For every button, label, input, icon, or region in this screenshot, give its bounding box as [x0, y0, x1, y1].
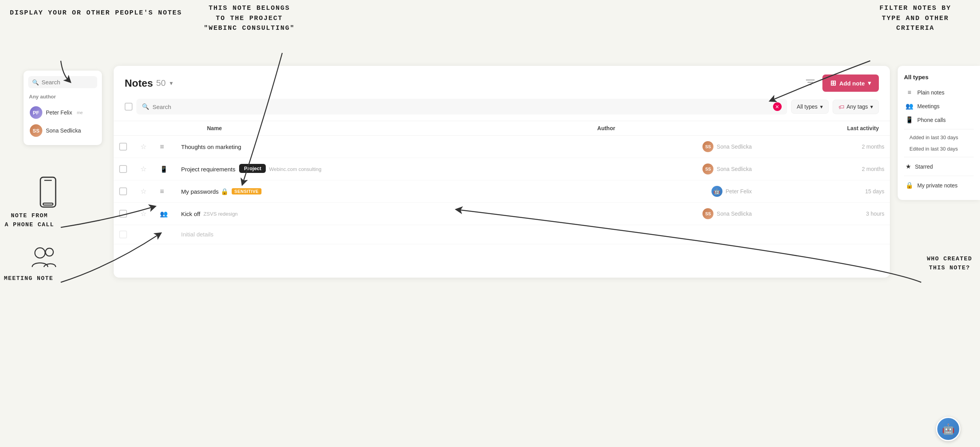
- row5-checkbox[interactable]: [119, 231, 127, 238]
- row2-author-cell: SS Sona Sedlicka: [592, 158, 757, 180]
- tags-filter-label: Any tags: [847, 104, 868, 110]
- notes-title-group: Notes 50 ▾: [125, 77, 172, 89]
- type-filter-arrow: ▾: [820, 104, 823, 110]
- add-note-dropdown-arrow: ▾: [868, 80, 871, 87]
- filter-item-meetings[interactable]: 👥 Meetings: [904, 99, 974, 113]
- filter-lines-button[interactable]: [806, 79, 815, 88]
- main-header: Notes 50 ▾ ⊞ Add note ▾: [114, 66, 890, 99]
- type-filter-dropdown[interactable]: All types ▾: [791, 100, 829, 114]
- type-filter-label: All types: [797, 104, 818, 110]
- row4-name-cell: Kick off ZSVS redesign: [176, 203, 592, 225]
- annotation-meeting: MEETING NOTE: [4, 274, 53, 283]
- select-all-checkbox[interactable]: [125, 103, 132, 111]
- row1-avatar: SS: [702, 141, 713, 152]
- row4-name: Kick off: [181, 211, 200, 217]
- sidebar-search-input[interactable]: [42, 79, 93, 85]
- filter-lock-icon: 🔒: [906, 182, 913, 189]
- filter-private-label: My private notes: [917, 182, 958, 189]
- main-search-icon: 🔍: [142, 103, 149, 110]
- tags-filter-arrow: ▾: [870, 104, 873, 110]
- row1-name-cell: Thoughts on marketing: [176, 136, 592, 158]
- row1-name: Thoughts on marketing: [181, 144, 241, 150]
- row4-activity: 3 hours: [757, 203, 890, 225]
- row4-checkbox-cell: [114, 203, 132, 225]
- main-toolbar: 🔍 ✕ All types ▾ 🏷 Any tags ▾: [114, 99, 890, 121]
- row2-avatar: SS: [702, 164, 713, 174]
- row4-checkbox[interactable]: [119, 210, 127, 218]
- table-row: ☆ 📱 Project requirements Project Webinc.…: [114, 158, 890, 180]
- filter-starred[interactable]: ★ Starred: [904, 160, 974, 173]
- main-search-input[interactable]: [152, 104, 770, 110]
- filter-added-30[interactable]: Added in last 30 days: [904, 132, 974, 143]
- row3-author-name: Peter Felix: [726, 188, 752, 194]
- phone-drawing-icon: [37, 176, 59, 213]
- search-clear-button[interactable]: ✕: [773, 102, 782, 111]
- col-header-icon: [154, 121, 176, 136]
- annotation-who-created: WHO CREATEDTHIS NOTE?: [927, 255, 972, 273]
- table-row: Initial details: [114, 225, 890, 244]
- row4-type-icon: 👥: [160, 211, 168, 217]
- row4-avatar: SS: [702, 208, 713, 219]
- filter-plain-icon: ≡: [906, 89, 913, 96]
- filter-item-phone-calls[interactable]: 📱 Phone calls: [904, 113, 974, 127]
- row1-author-cell: SS Sona Sedlicka: [592, 136, 757, 158]
- notes-count: 50: [156, 78, 165, 88]
- row3-type-icon: ≡: [160, 187, 164, 195]
- row3-checkbox[interactable]: [119, 187, 127, 195]
- sidebar-user-sona[interactable]: SS Sona Sedlicka: [28, 122, 97, 140]
- sidebar-user-sona-name: Sona Sedlicka: [46, 127, 81, 134]
- row5-name: Initial details: [181, 231, 214, 238]
- filter-phone-icon: 📱: [906, 116, 913, 124]
- row2-star[interactable]: ☆: [140, 165, 147, 173]
- row4-author-cell: SS Sona Sedlicka: [592, 203, 757, 225]
- col-header-author: Author: [592, 121, 757, 136]
- sidebar-author-label: Any author: [28, 94, 97, 100]
- filter-private-notes[interactable]: 🔒 My private notes: [904, 178, 974, 192]
- row1-type-icon: ≡: [160, 143, 164, 151]
- filter-item-plain-notes[interactable]: ≡ Plain notes: [904, 86, 974, 99]
- filter-panel-title: All types: [904, 74, 974, 80]
- col-header-activity: Last activity: [757, 121, 890, 136]
- svg-rect-1: [43, 203, 53, 205]
- row1-author-name: Sona Sedlicka: [717, 144, 752, 150]
- sidebar-search-icon: 🔍: [32, 79, 39, 85]
- row4-star[interactable]: ☆: [140, 210, 147, 218]
- avatar-sona: SS: [30, 124, 42, 137]
- annotation-note-belongs: THIS NOTE BELONGSTO THE PROJECT"WEBINC C…: [204, 3, 295, 33]
- row1-star[interactable]: ☆: [140, 143, 147, 151]
- row4-star-cell: ☆: [132, 203, 154, 225]
- tag-icon: 🏷: [838, 104, 844, 110]
- filter-star-icon: ★: [906, 163, 911, 170]
- table-header-row: Name Author Last activity: [114, 121, 890, 136]
- row1-activity: 2 months: [757, 136, 890, 158]
- filter-starred-label: Starred: [915, 164, 933, 170]
- main-panel: Notes 50 ▾ ⊞ Add note ▾ 🔍 ✕: [114, 66, 890, 278]
- main-search-bar[interactable]: 🔍 ✕: [136, 99, 787, 114]
- row4-author-name: Sona Sedlicka: [717, 211, 752, 217]
- notes-dropdown-arrow[interactable]: ▾: [170, 80, 172, 86]
- annotation-display: DISPLAY YOUR OR OTHER PEOPLE'S NOTES: [10, 8, 182, 18]
- row4-project: ZSVS redesign: [203, 211, 238, 217]
- row2-icon-cell: 📱: [154, 158, 176, 180]
- row2-checkbox[interactable]: [119, 165, 127, 173]
- sidebar-search-bar[interactable]: 🔍: [28, 76, 97, 88]
- filter-meetings-icon: 👥: [906, 102, 913, 110]
- filter-divider: [904, 129, 974, 129]
- row3-star[interactable]: ☆: [140, 187, 147, 195]
- sidebar-user-peter[interactable]: PF Peter Felix me: [28, 104, 97, 122]
- project-tooltip: Project: [239, 164, 266, 173]
- row3-sensitive-badge: SENSITIVE: [232, 188, 261, 194]
- row2-author-name: Sona Sedlicka: [717, 166, 752, 172]
- row2-name-cell: Project requirements Project Webinc.com …: [176, 158, 592, 180]
- filter-edited-30[interactable]: Edited in last 30 days: [904, 143, 974, 154]
- tags-filter-dropdown[interactable]: 🏷 Any tags ▾: [833, 100, 879, 114]
- row1-checkbox-cell: [114, 136, 132, 158]
- row3-activity: 15 days: [757, 180, 890, 203]
- row1-checkbox[interactable]: [119, 143, 127, 151]
- row2-type-icon: 📱: [160, 166, 168, 173]
- who-created-avatar: 🤖: [936, 417, 960, 441]
- table-row: ☆ ≡ My passwords 🔒 SENSITIVE 🤖 Peter Fel…: [114, 180, 890, 203]
- row2-project: Webinc.com consulting: [269, 166, 321, 172]
- add-note-button[interactable]: ⊞ Add note ▾: [822, 74, 879, 92]
- filter-meetings-label: Meetings: [917, 103, 940, 109]
